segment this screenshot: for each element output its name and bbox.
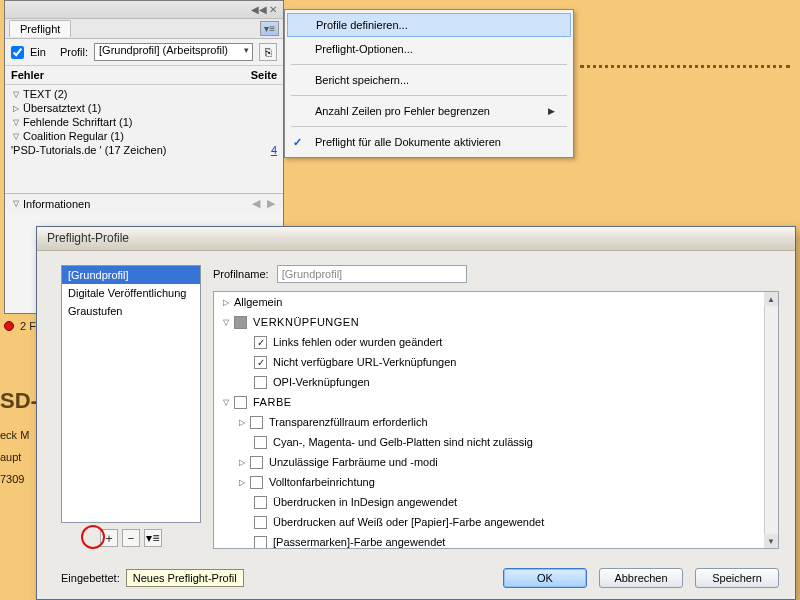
profile-dropdown[interactable]: [Grundprofil] (Arbeitsprofil) [94, 43, 253, 61]
embed-profile-icon[interactable]: ⎘ [259, 43, 277, 61]
opt-overprint-white[interactable]: Überdrucken auf Weiß oder [Papier]-Farbe… [214, 512, 778, 532]
error-count: 2 F [20, 320, 36, 332]
tab-preflight[interactable]: Preflight [9, 20, 71, 37]
menu-limit-rows[interactable]: Anzahl Zeilen pro Fehler begrenzen▶ [285, 99, 573, 123]
delete-profile-button[interactable]: － [122, 529, 140, 547]
panel-profile-row: Ein Profil: [Grundprofil] (Arbeitsprofil… [5, 39, 283, 66]
dialog-title: Preflight-Profile [37, 227, 795, 251]
panel-tabbar: Preflight ▾≡ [5, 19, 283, 39]
chevron-right-icon: ▷ [220, 298, 232, 307]
opt-opi[interactable]: OPI-Verknüpfungen [214, 372, 778, 392]
info-title: Informationen [23, 198, 90, 210]
chevron-right-icon: ▷ [236, 458, 248, 467]
opt-farbraeume[interactable]: ▷Unzulässige Farbräume und -modi [214, 452, 778, 472]
opt-links-missing[interactable]: ✓Links fehlen oder wurden geändert [214, 332, 778, 352]
checkbox[interactable] [254, 436, 267, 449]
new-profile-tooltip: Neues Preflight-Profil [126, 569, 244, 587]
panel-flyout-menu: Profile definieren... Preflight-Optionen… [284, 9, 574, 158]
node-verknuepfungen[interactable]: ▽VERKNÜPFUNGEN [214, 312, 778, 332]
opt-passermarken[interactable]: [Passermarken]-Farbe angewendet [214, 532, 778, 549]
tree-leaf-psd[interactable]: 'PSD-Tutorials.de ' (17 Zeichen)4 [5, 143, 283, 157]
tree-node-coalition[interactable]: ▽Coalition Regular (1) [5, 129, 283, 143]
profilname-input[interactable] [277, 265, 467, 283]
error-status-icon [4, 321, 14, 331]
menu-preflight-options[interactable]: Preflight-Optionen... [285, 37, 573, 61]
checkbox[interactable] [254, 496, 267, 509]
mixed-checkbox-icon[interactable] [234, 316, 247, 329]
checkbox[interactable] [254, 516, 267, 529]
profile-menu-button[interactable]: ▾≡ [144, 529, 162, 547]
menu-save-report[interactable]: Bericht speichern... [285, 68, 573, 92]
tree-node-text[interactable]: ▽TEXT (2) [5, 87, 283, 101]
panel-window-controls: ◀◀ ✕ [5, 1, 283, 19]
checkbox[interactable] [250, 416, 263, 429]
checkbox-checked[interactable]: ✓ [254, 336, 267, 349]
checkbox[interactable] [250, 456, 263, 469]
tree-node-uebersatz[interactable]: ▷Übersatztext (1) [5, 101, 283, 115]
eingebettet-label: Eingebettet: [61, 572, 120, 584]
embedded-row: Eingebettet: Neues Preflight-Profil [61, 569, 244, 587]
menu-separator [291, 126, 567, 127]
menu-separator [291, 95, 567, 96]
profile-item-grundprofil[interactable]: [Grundprofil] [62, 266, 200, 284]
preflight-profile-dialog: Preflight-Profile [Grundprofil] Digitale… [36, 226, 796, 600]
tree-node-font-missing[interactable]: ▽Fehlende Schriftart (1) [5, 115, 283, 129]
dialog-footer: Eingebettet: Neues Preflight-Profil OK A… [37, 557, 795, 599]
menu-separator [291, 64, 567, 65]
menu-activate-all-docs[interactable]: ✓Preflight für alle Dokumente aktivieren [285, 130, 573, 154]
profile-item-digital[interactable]: Digitale Veröffentlichung [62, 284, 200, 302]
scroll-up-icon[interactable]: ▲ [764, 292, 778, 306]
chevron-right-icon: ▷ [236, 418, 248, 427]
error-tree: ▽TEXT (2) ▷Übersatztext (1) ▽Fehlende Sc… [5, 85, 283, 193]
opt-vollton[interactable]: ▷Volltonfarbeinrichtung [214, 472, 778, 492]
preflight-on-checkbox[interactable] [11, 46, 24, 59]
profile-settings-column: Profilname: ▷Allgemein ▽VERKNÜPFUNGEN ✓L… [213, 265, 779, 549]
chevron-down-icon: ▽ [11, 118, 21, 127]
error-table-header: Fehler Seite [5, 66, 283, 85]
panel-collapse-icon[interactable]: ◀◀ [251, 4, 263, 15]
submenu-arrow-icon: ▶ [548, 106, 555, 116]
chevron-right-icon: ▷ [11, 104, 21, 113]
node-allgemein[interactable]: ▷Allgemein [214, 292, 778, 312]
checkbox[interactable] [254, 376, 267, 389]
node-farbe[interactable]: ▽FARBE [214, 392, 778, 412]
new-profile-button[interactable]: ＋ [100, 529, 118, 547]
checkbox[interactable] [254, 536, 267, 549]
settings-tree: ▷Allgemein ▽VERKNÜPFUNGEN ✓Links fehlen … [213, 291, 779, 549]
opt-url-unavailable[interactable]: ✓Nicht verfügbare URL-Verknüpfungen [214, 352, 778, 372]
col-error: Fehler [11, 69, 233, 81]
opt-cmg-plates[interactable]: Cyan-, Magenta- und Gelb-Platten sind ni… [214, 432, 778, 452]
checkbox[interactable] [234, 396, 247, 409]
info-section-header[interactable]: ▽ Informationen ◀ ▶ [5, 193, 283, 213]
col-page: Seite [233, 69, 277, 81]
profilname-label: Profilname: [213, 268, 269, 280]
chevron-right-icon: ▷ [236, 478, 248, 487]
decoration-dotted-line [580, 65, 790, 68]
on-label: Ein [30, 46, 46, 58]
opt-overprint-indesign[interactable]: Überdrucken in InDesign angewendet [214, 492, 778, 512]
panel-flyout-menu-icon[interactable]: ▾≡ [260, 21, 279, 36]
panel-status-row: 2 F [4, 320, 36, 332]
opt-transparenz[interactable]: ▷Transparenzfüllraum erforderlich [214, 412, 778, 432]
profile-item-graustufen[interactable]: Graustufen [62, 302, 200, 320]
cancel-button[interactable]: Abbrechen [599, 568, 683, 588]
ok-button[interactable]: OK [503, 568, 587, 588]
profile-list-toolbar: ＋ － ▾≡ [61, 527, 201, 549]
chevron-down-icon: ▽ [11, 199, 21, 208]
chevron-down-icon: ▽ [220, 398, 232, 407]
chevron-down-icon: ▽ [11, 90, 21, 99]
save-button[interactable]: Speichern [695, 568, 779, 588]
panel-close-icon[interactable]: ✕ [267, 4, 279, 15]
page-link[interactable]: 4 [233, 144, 277, 156]
info-nav-arrows[interactable]: ◀ ▶ [252, 197, 277, 210]
profil-label: Profil: [60, 46, 88, 58]
profilname-row: Profilname: [213, 265, 779, 283]
profile-listbox[interactable]: [Grundprofil] Digitale Veröffentlichung … [61, 265, 201, 523]
checkbox[interactable] [250, 476, 263, 489]
settings-scrollbar[interactable]: ▲ ▼ [764, 292, 778, 548]
check-icon: ✓ [293, 136, 302, 149]
scroll-down-icon[interactable]: ▼ [764, 534, 778, 548]
checkbox-checked[interactable]: ✓ [254, 356, 267, 369]
menu-define-profile[interactable]: Profile definieren... [287, 13, 571, 37]
profile-dropdown-value: [Grundprofil] (Arbeitsprofil) [99, 44, 228, 56]
